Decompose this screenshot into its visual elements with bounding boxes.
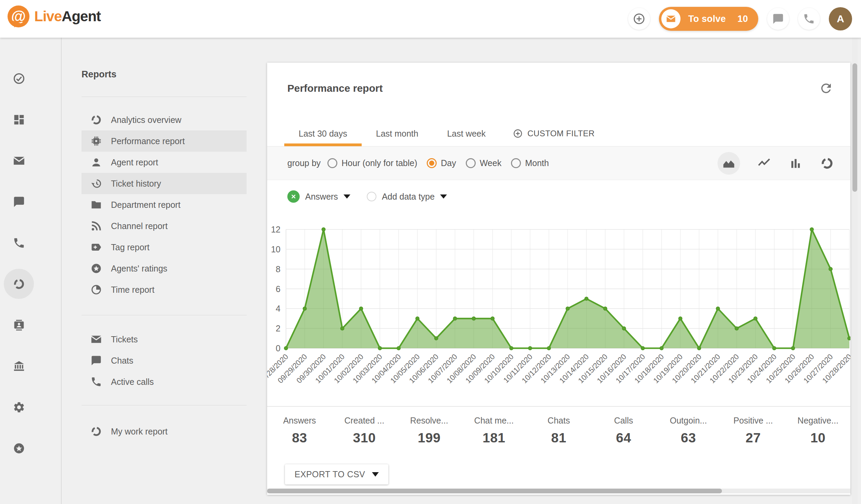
rail-item-customers[interactable] — [4, 310, 34, 340]
chart-type-donut-button[interactable] — [820, 156, 835, 171]
series-dropdown-caret-icon[interactable] — [344, 194, 350, 199]
rail-item-tickets[interactable] — [4, 146, 34, 176]
sidebar-item-label: Tickets — [111, 335, 138, 344]
rail-item-reports[interactable] — [4, 269, 34, 299]
data-point — [340, 327, 344, 330]
sidebar-item-chats[interactable]: Chats — [82, 350, 247, 371]
avatar[interactable]: A — [829, 7, 852, 30]
sidebar-item-label: Agent report — [111, 158, 158, 167]
vertical-scrollbar-thumb[interactable] — [852, 63, 857, 192]
group-by-option-day[interactable]: Day — [427, 158, 456, 168]
svg-text:6: 6 — [276, 284, 280, 294]
bank-icon — [13, 360, 25, 373]
horizontal-scrollbar[interactable] — [267, 489, 850, 493]
tab-last-month[interactable]: Last month — [362, 121, 433, 146]
sidebar-item-tickets[interactable]: Tickets — [82, 329, 247, 350]
sidebar-item-analytics-overview[interactable]: Analytics overview — [82, 109, 247, 130]
mail-icon — [90, 333, 102, 345]
data-point — [453, 317, 457, 320]
chart-type-area-button[interactable] — [718, 152, 740, 175]
add-data-type-radio[interactable] — [367, 192, 376, 201]
custom-filter-button[interactable]: CUSTOM FILTER — [510, 121, 598, 146]
stat-value: 63 — [656, 430, 721, 445]
rail-item-calls[interactable] — [4, 228, 34, 258]
plus-circle-icon — [633, 13, 645, 25]
rail-item-ratings[interactable] — [4, 433, 34, 463]
export-csv-button[interactable]: EXPORT TO CSV — [285, 464, 388, 484]
stat-label: Positive ... — [721, 416, 786, 426]
answers-area-chart: 02468101209/28/202009/29/202009/30/20201… — [267, 213, 850, 400]
sidebar-item-agent-report[interactable]: Agent report — [82, 152, 247, 173]
logo-text: LiveAgent — [34, 8, 101, 25]
rail-item-tasks[interactable] — [4, 63, 34, 93]
stat-chats: Chats81 — [526, 407, 591, 462]
radio-icon[interactable] — [427, 158, 437, 168]
add-button[interactable] — [628, 8, 650, 30]
radio-icon[interactable] — [511, 158, 521, 168]
radio-icon[interactable] — [466, 158, 476, 168]
sidebar-item-active-calls[interactable]: Active calls — [82, 371, 247, 392]
rail-item-dashboard[interactable] — [4, 104, 34, 135]
calls-header-button[interactable] — [798, 8, 820, 30]
svg-text:12: 12 — [271, 225, 280, 234]
group-by-label: group by — [287, 158, 321, 168]
horizontal-scrollbar-thumb[interactable] — [267, 489, 722, 493]
stat-positive: Positive ...27 — [721, 407, 786, 462]
group-by-option-week[interactable]: Week — [466, 158, 501, 168]
stat-value: 81 — [526, 430, 591, 445]
time-icon — [90, 284, 102, 295]
stat-resolve: Resolve...199 — [397, 407, 461, 462]
remove-series-chip[interactable] — [287, 190, 300, 203]
data-point — [848, 337, 850, 340]
rail-item-chats[interactable] — [4, 187, 34, 217]
add-data-type-label: Add data type — [382, 192, 435, 202]
sidebar-item-label: Performance report — [111, 136, 185, 146]
stat-value: 64 — [591, 430, 656, 445]
chat-icon — [13, 196, 25, 208]
chats-header-button[interactable] — [767, 8, 789, 30]
sidebar-item-my-work-report[interactable]: My work report — [82, 421, 247, 442]
sidebar-item-time-report[interactable]: Time report — [82, 279, 247, 300]
person-icon — [90, 156, 102, 168]
vertical-scrollbar[interactable] — [852, 38, 858, 504]
group-by-option-hour-only-for-table[interactable]: Hour (only for table) — [327, 158, 417, 168]
stat-label: Outgoin... — [656, 416, 721, 426]
rail-item-settings[interactable] — [4, 392, 34, 422]
sidebar-item-channel-report[interactable]: Channel report — [82, 215, 247, 237]
area-icon — [722, 156, 736, 170]
stat-value: 10 — [786, 430, 850, 445]
stat-value: 310 — [332, 430, 397, 445]
header-actions: To solve 10 A — [628, 0, 852, 38]
chat-icon — [772, 13, 784, 25]
data-point — [359, 307, 363, 310]
refresh-icon[interactable] — [819, 81, 833, 96]
stat-label: Chat me... — [462, 416, 526, 426]
add-data-type-caret-icon[interactable] — [440, 194, 447, 199]
radio-icon[interactable] — [327, 158, 337, 168]
to-solve-label: To solve — [688, 14, 726, 24]
series-label: Answers — [305, 192, 338, 202]
data-point — [491, 317, 494, 320]
sidebar-item-tag-report[interactable]: Tag report — [82, 237, 247, 258]
sidebar-item-ticket-history[interactable]: Ticket history — [82, 173, 247, 194]
group-by-option-month[interactable]: Month — [511, 158, 549, 168]
sidebar-item-performance-report[interactable]: Performance report — [82, 130, 247, 152]
mail-icon — [13, 154, 25, 167]
data-point — [603, 307, 607, 310]
rail-item-company[interactable] — [4, 351, 34, 381]
logo-bubble-icon: @ — [8, 5, 29, 27]
sidebar-item-label: Department report — [111, 200, 180, 210]
data-point — [397, 346, 400, 350]
phone-icon — [13, 237, 25, 249]
to-solve-button[interactable]: To solve 10 — [659, 7, 758, 31]
chart-type-line-button[interactable] — [757, 156, 772, 171]
data-point — [678, 317, 682, 320]
chart-type-bar-button[interactable] — [788, 156, 803, 171]
sidebar-item-department-report[interactable]: Department report — [82, 194, 247, 215]
sidebar-item-agents-ratings[interactable]: Agents' ratings — [82, 258, 247, 279]
data-point — [566, 307, 569, 310]
tab-last-week[interactable]: Last week — [433, 121, 500, 146]
bar-icon — [789, 156, 802, 170]
sidebar-item-label: Active calls — [111, 377, 154, 387]
tab-last-30-days[interactable]: Last 30 days — [284, 121, 362, 146]
